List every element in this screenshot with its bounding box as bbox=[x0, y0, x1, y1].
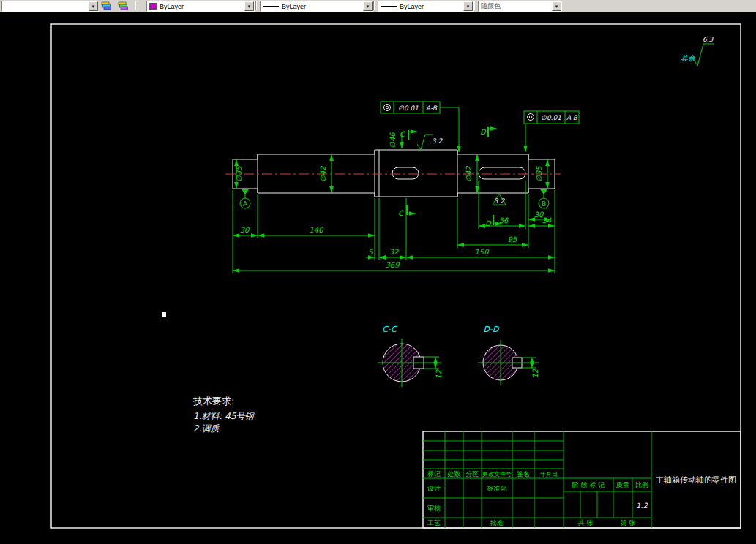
rev-col-mark: 标记 bbox=[427, 470, 441, 477]
color-combo[interactable]: ByLayer ▼ bbox=[146, 1, 255, 12]
cad-viewport[interactable]: ∅0.01 A-B ∅0.01 A-B A B C C D bbox=[0, 12, 756, 544]
keyway-dim: 12 bbox=[435, 369, 443, 379]
linetype-combo-arrow-icon[interactable]: ▼ bbox=[363, 1, 373, 11]
rev-col-date: 年月日 bbox=[540, 471, 558, 477]
toolbar-separator bbox=[474, 1, 475, 10]
sheet-total: 共 张 bbox=[578, 519, 594, 526]
gdt-datum: A-B bbox=[426, 105, 438, 112]
role-design: 设计 bbox=[427, 485, 441, 492]
plotstyle-combo-arrow-icon[interactable]: ▼ bbox=[552, 1, 561, 11]
rev-col-zone: 分区 bbox=[466, 470, 479, 477]
drawing-title: 主轴箱传动轴的零件图 bbox=[656, 475, 736, 485]
gdt-tolerance: ∅0.01 bbox=[541, 114, 561, 121]
rev-col-sign: 签名 bbox=[517, 470, 530, 477]
grip-point[interactable] bbox=[162, 312, 166, 317]
concentricity-icon bbox=[528, 114, 534, 121]
dia-35-left: ∅35 bbox=[235, 166, 243, 182]
tech-line-2: 2.调质 bbox=[193, 423, 220, 434]
section-cut-marks: C C D D bbox=[398, 127, 502, 227]
title-block: 标记 处数 分区 更改文件号 签名 年月日 设计 标准化 审核 工艺 批准 阶 … bbox=[423, 431, 741, 528]
section-label: C-C bbox=[382, 325, 397, 334]
roughness-value: 6.3 bbox=[703, 36, 714, 43]
roughness-mark-top: 3.2 bbox=[417, 135, 444, 150]
color-swatch-icon bbox=[149, 3, 157, 10]
dim-56: 56 bbox=[499, 216, 509, 224]
sheet-border bbox=[51, 24, 741, 528]
linetype-sample-icon bbox=[263, 6, 279, 7]
gdt-frame-2: ∅0.01 A-B bbox=[524, 111, 579, 152]
properties-toolbar: ▼ ByLayer ▼ ByLayer ▼ ByLayer ▼ 随颜色 ▼ bbox=[0, 0, 756, 12]
dia-42-right: ∅42 bbox=[465, 166, 473, 182]
dia-35-right: ∅35 bbox=[535, 166, 543, 182]
datum-letter: B bbox=[542, 200, 546, 208]
color-combo-arrow-icon[interactable]: ▼ bbox=[244, 1, 254, 11]
cut-label-c-bottom: C bbox=[398, 209, 405, 217]
part-drawing: ∅0.01 A-B ∅0.01 A-B A B C C D bbox=[0, 12, 756, 544]
lineweight-combo-arrow-icon[interactable]: ▼ bbox=[463, 1, 473, 11]
keyway-slot-c bbox=[392, 167, 419, 179]
roughness-icon bbox=[692, 44, 714, 66]
toolbar-separator bbox=[255, 1, 257, 10]
lineweight-combo[interactable]: ByLayer ▼ bbox=[378, 1, 474, 12]
section-view-dd: D-D 12 bbox=[478, 325, 539, 385]
make-object-layer-current-button[interactable] bbox=[98, 0, 114, 11]
plotstyle-combo-value: 随颜色 bbox=[481, 1, 501, 11]
roughness-note-corner: 其余 6.3 bbox=[681, 36, 714, 66]
tech-title: 技术要求: bbox=[192, 396, 234, 407]
dim-150: 150 bbox=[474, 248, 490, 256]
toolbar-separator bbox=[135, 1, 136, 10]
role-check: 审核 bbox=[427, 505, 441, 512]
gdt-datum: A-B bbox=[566, 114, 578, 121]
datum-letter: A bbox=[243, 200, 248, 208]
rev-col-docno: 更改文件号 bbox=[482, 471, 512, 477]
keyway-dim: 12 bbox=[531, 369, 539, 378]
dia-42-left: ∅42 bbox=[319, 166, 327, 182]
dia-46: ∅46 bbox=[389, 132, 397, 148]
scale-value: 1:2 bbox=[636, 502, 648, 510]
role-approve: 批准 bbox=[490, 519, 504, 526]
sheet-number: 第 张 bbox=[621, 519, 636, 526]
linetype-combo-value: ByLayer bbox=[282, 3, 306, 10]
role-standardize: 标准化 bbox=[487, 485, 508, 492]
linetype-combo[interactable]: ByLayer ▼ bbox=[260, 1, 373, 12]
roughness-icon bbox=[417, 135, 433, 150]
rev-col-count: 处数 bbox=[447, 470, 461, 477]
layer-previous-button[interactable] bbox=[115, 0, 131, 11]
rest-label: 其余 bbox=[681, 54, 696, 62]
datum-a: A bbox=[240, 189, 250, 208]
roughness-value: 3.2 bbox=[494, 197, 506, 205]
section-view-cc: C-C 12 bbox=[378, 325, 443, 387]
tech-requirements: 技术要求: 1.材料: 45号钢 2.调质 bbox=[192, 396, 255, 434]
dim-95: 95 bbox=[508, 235, 517, 243]
roughness-value: 3.2 bbox=[432, 137, 444, 145]
layer-previous-icon bbox=[118, 1, 128, 10]
toolbar-separator bbox=[373, 1, 375, 10]
layer-combo-arrow-icon[interactable]: ▼ bbox=[89, 1, 98, 11]
plotstyle-combo[interactable]: 随颜色 ▼ bbox=[478, 1, 562, 12]
stage-label: 阶 段 标 记 bbox=[572, 481, 605, 488]
tech-line-1: 1.材料: 45号钢 bbox=[193, 411, 255, 421]
dim-30-left: 30 bbox=[240, 226, 250, 234]
layer-combo[interactable]: ▼ bbox=[1, 1, 99, 12]
dim-32: 32 bbox=[389, 248, 399, 256]
gdt-tolerance: ∅0.01 bbox=[398, 105, 419, 112]
cut-label-c-top: C bbox=[400, 130, 406, 138]
dim-34: 34 bbox=[542, 216, 552, 224]
dim-5: 5 bbox=[368, 248, 373, 256]
dim-369: 369 bbox=[385, 261, 400, 269]
section-label: D-D bbox=[484, 325, 500, 334]
datum-triangle-icon bbox=[540, 189, 547, 194]
lineweight-combo-value: ByLayer bbox=[400, 3, 424, 10]
roughness-mark-keyway: 3.2 bbox=[493, 194, 506, 205]
shaft-front-view bbox=[225, 150, 561, 197]
role-process: 工艺 bbox=[427, 519, 441, 526]
cut-label-d-top: D bbox=[480, 128, 487, 136]
mass-label: 质量 bbox=[616, 481, 629, 488]
layers-icon bbox=[101, 1, 111, 10]
color-combo-value: ByLayer bbox=[160, 3, 184, 10]
keyway-slot-d bbox=[479, 167, 525, 179]
lineweight-sample-icon bbox=[381, 6, 397, 7]
datum-triangle-icon bbox=[242, 189, 249, 194]
datum-b: B bbox=[539, 189, 549, 208]
concentricity-icon bbox=[384, 105, 391, 111]
